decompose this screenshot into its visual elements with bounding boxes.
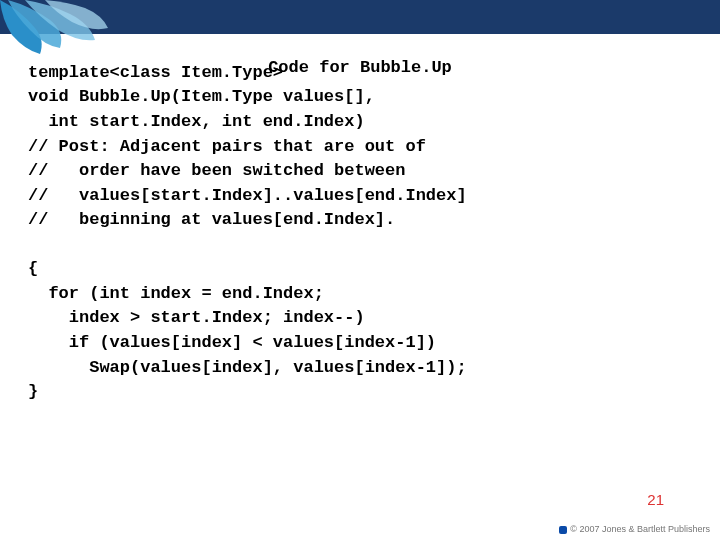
code-block-1: template<class Item.Type> void Bubble.Up… xyxy=(28,61,692,233)
copyright-text: © 2007 Jones & Bartlett Publishers xyxy=(570,524,710,534)
slide-content: Code for Bubble.Up template<class Item.T… xyxy=(28,56,692,405)
code-block-2: { for (int index = end.Index; index > st… xyxy=(28,257,692,405)
leaf-decoration xyxy=(0,0,110,56)
copyright-footer: © 2007 Jones & Bartlett Publishers xyxy=(559,524,710,534)
publisher-logo-icon xyxy=(559,526,567,534)
page-number: 21 xyxy=(647,491,664,508)
